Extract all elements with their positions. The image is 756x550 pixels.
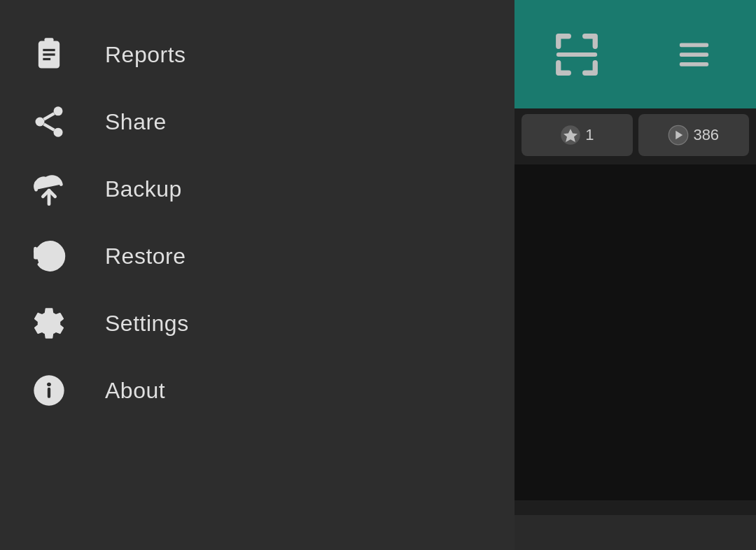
svg-rect-17 <box>680 62 708 66</box>
content-area <box>514 164 756 500</box>
scan-button[interactable] <box>525 16 629 93</box>
forward-count: 386 <box>693 126 719 144</box>
svg-rect-1 <box>45 38 54 43</box>
svg-line-8 <box>44 124 55 130</box>
stats-row: 1 386 <box>514 108 756 162</box>
favorites-stat: 1 <box>522 114 633 156</box>
right-panel: 1 386 <box>514 0 756 550</box>
menu-item-reports[interactable]: Reports <box>0 21 514 88</box>
menu-item-backup[interactable]: Backup <box>0 155 514 223</box>
restore-icon <box>28 235 70 277</box>
menu-label-backup: Backup <box>105 176 182 202</box>
svg-point-5 <box>54 106 63 115</box>
menu-label-settings: Settings <box>105 311 189 337</box>
bottom-bar <box>514 515 756 550</box>
menu-item-restore[interactable]: Restore <box>0 223 514 290</box>
svg-line-9 <box>44 113 55 120</box>
menu-label-reports: Reports <box>105 42 186 68</box>
menu-label-share: Share <box>105 109 167 135</box>
menu-item-about[interactable]: About <box>0 357 514 424</box>
forward-stat: 386 <box>638 114 750 156</box>
backup-icon <box>28 168 70 210</box>
drawer-menu: Reports Share Backup <box>0 0 514 550</box>
menu-item-share[interactable]: Share <box>0 88 514 155</box>
favorites-count: 1 <box>585 126 594 144</box>
svg-rect-15 <box>680 43 708 47</box>
hamburger-menu-button[interactable] <box>643 16 746 93</box>
menu-item-settings[interactable]: Settings <box>0 290 514 357</box>
settings-icon <box>28 302 70 344</box>
top-bar <box>514 0 756 108</box>
clipboard-icon <box>28 34 70 76</box>
menu-label-restore: Restore <box>105 244 186 269</box>
info-icon <box>28 369 70 411</box>
svg-point-7 <box>54 128 63 137</box>
svg-point-6 <box>36 118 45 127</box>
svg-rect-16 <box>680 52 708 57</box>
menu-label-about: About <box>105 378 165 404</box>
svg-point-13 <box>47 383 50 386</box>
share-icon <box>28 101 70 143</box>
